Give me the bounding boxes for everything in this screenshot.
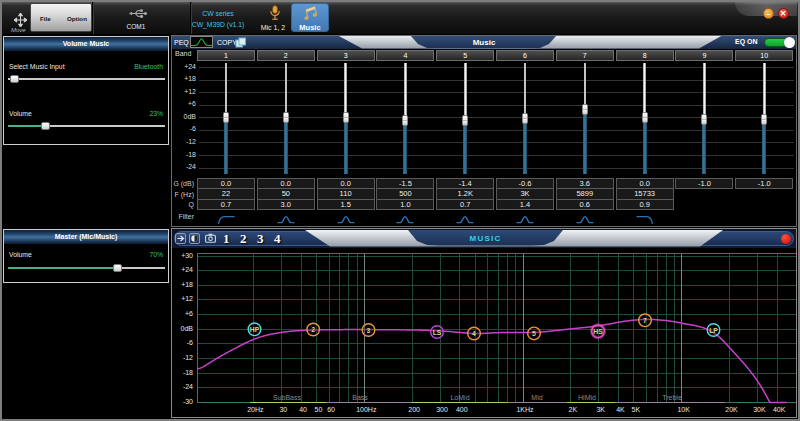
svg-text:2: 2 [311, 326, 315, 333]
svg-text:HP: HP [250, 326, 260, 333]
svg-text:4: 4 [472, 330, 476, 337]
svg-text:HS: HS [593, 328, 603, 335]
svg-text:5: 5 [532, 330, 536, 337]
svg-text:LS: LS [433, 329, 442, 336]
svg-text:7: 7 [643, 317, 647, 324]
svg-text:3: 3 [367, 327, 371, 334]
svg-text:LP: LP [709, 327, 718, 334]
